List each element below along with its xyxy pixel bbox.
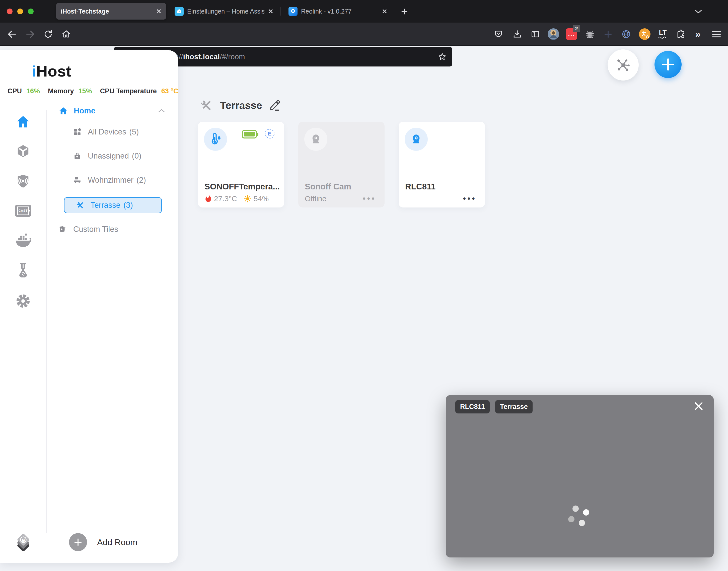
sun-humidity-icon [244, 195, 252, 203]
camera-name-chip: RLC811 [455, 400, 490, 414]
overlay-close-button[interactable] [693, 401, 704, 412]
device-card-sonoff-cam[interactable]: Sonoff Cam Offline ••• [298, 122, 385, 208]
account-avatar[interactable] [546, 27, 561, 42]
scene-hub-button[interactable] [608, 49, 639, 81]
overlay-chips: RLC811 Terrasse [455, 400, 532, 414]
window-minimize-button[interactable] [17, 9, 23, 14]
device-name: SONOFFTempera... [205, 182, 280, 192]
add-device-button[interactable] [654, 51, 682, 78]
camera-stream-overlay[interactable]: RLC811 Terrasse [446, 395, 714, 557]
plus-icon [660, 57, 676, 72]
browser-toolbar: http://ihost.local/#/room ... 2 A [0, 23, 728, 46]
browser-tab-reolink[interactable]: Reolink - v1.0.277 [284, 3, 392, 20]
browser-tab-bar: iHost-Techstage Einstellungen – Home Ass… [0, 0, 728, 23]
extension-badge: 2 [573, 25, 580, 32]
close-tab-icon[interactable] [156, 9, 161, 14]
webcam-icon [405, 128, 428, 151]
window-close-button[interactable] [7, 9, 13, 14]
close-icon [694, 401, 704, 411]
toolbar-overflow-icon[interactable]: » [690, 27, 705, 42]
close-tab-icon[interactable] [382, 9, 387, 14]
room-title: Terrasse [220, 100, 262, 111]
browser-tab-home-assistant[interactable]: Einstellungen – Home Assistant [170, 3, 278, 20]
device-readings: 27.3°C 54% [205, 195, 269, 203]
flame-icon [205, 195, 212, 203]
room-name-chip: Terrasse [495, 400, 532, 414]
device-name: RLC811 [405, 182, 436, 192]
room-tools-icon [200, 99, 213, 112]
new-tab-button[interactable] [398, 6, 410, 18]
window-zoom-button[interactable] [28, 9, 34, 14]
menu-hamburger-icon[interactable] [709, 27, 724, 42]
home-button[interactable] [58, 26, 74, 42]
containers-fence-extension-icon[interactable] [583, 27, 598, 42]
reolink-favicon [288, 7, 297, 16]
device-card-sonoff-temperature[interactable]: E SONOFFTempera... 27.3°C 54% [198, 122, 284, 208]
webcam-icon [304, 128, 327, 151]
tab-title: Einstellungen – Home Assistant [187, 8, 264, 15]
thermo-hygro-icon [204, 128, 227, 151]
tab-separator [280, 7, 281, 16]
home-assistant-favicon [174, 7, 184, 16]
translate-a-glyph: A [646, 34, 649, 39]
close-tab-icon[interactable] [268, 9, 273, 14]
downloads-icon[interactable] [510, 27, 525, 42]
languagetool-extension-icon[interactable]: LT [655, 27, 670, 42]
energy-badge: E [265, 129, 274, 138]
browser-tab-ihost[interactable]: iHost-Techstage [56, 3, 166, 20]
password-manager-extension-icon[interactable]: ... 2 [564, 27, 579, 42]
battery-icon [242, 130, 258, 139]
pocket-icon[interactable] [491, 27, 506, 42]
room-header: Terrasse [200, 99, 281, 112]
device-status: Offline [305, 195, 326, 203]
back-button[interactable] [4, 26, 20, 42]
forward-button[interactable] [22, 26, 38, 42]
device-card-rlc811[interactable]: RLC811 ••• [399, 122, 485, 208]
translate-globe-extension-icon[interactable] [619, 27, 634, 42]
translate-page-extension-icon[interactable]: A [637, 27, 652, 42]
card-menu-dots[interactable]: ••• [362, 196, 376, 201]
tab-title: Reolink - v1.0.277 [301, 8, 378, 15]
tab-title: iHost-Techstage [61, 8, 152, 15]
edit-room-pencil-icon[interactable] [269, 99, 281, 111]
main-content: Terrasse E SONOFFTempera... 27.3°C 54% S… [0, 46, 728, 571]
disabled-extension-icon[interactable] [601, 27, 616, 42]
hub-network-icon [615, 57, 631, 73]
device-name: Sonoff Cam [305, 182, 351, 192]
list-all-tabs-chevron-icon[interactable] [692, 7, 704, 17]
card-menu-dots[interactable]: ••• [463, 196, 476, 201]
reload-button[interactable] [40, 26, 56, 42]
extensions-puzzle-icon[interactable] [673, 27, 688, 42]
sidebars-icon[interactable] [528, 27, 543, 42]
